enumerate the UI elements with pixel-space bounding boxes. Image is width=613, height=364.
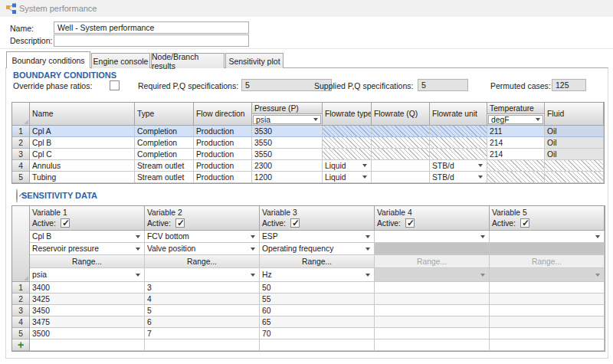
tab-sensitivity-plot[interactable]: Sensitivity plot [225,53,284,68]
override-phase-ratios-checkbox[interactable] [110,80,120,90]
bc-row-number[interactable]: 4 [12,160,30,172]
sd-value-cell[interactable]: 65 [260,316,375,328]
bc-row-number[interactable]: 2 [12,137,30,149]
sd-value-cell[interactable]: 50 [260,282,375,293]
bc-flow-direction-cell[interactable]: Production [194,126,252,137]
bc-name-cell[interactable]: Cpl B [30,137,135,149]
bc-flowrate-q-cell[interactable] [372,160,430,172]
sd-unit-combo[interactable]: Hz [260,268,375,282]
bc-flowrate-q-cell[interactable] [372,172,430,183]
sd-object-combo[interactable]: Cpl B [30,231,145,243]
sd-value-cell[interactable]: 5 [145,305,260,316]
sd-row-number[interactable]: 5 [12,328,30,339]
sd-property-combo[interactable]: Reservoir pressure [30,243,145,255]
active-checkbox[interactable] [405,218,415,228]
sd-value-cell[interactable] [490,293,605,305]
sd-value-cell[interactable]: 3 [145,282,260,293]
active-checkbox[interactable] [61,218,70,228]
sd-value-cell[interactable]: 3500 [30,328,145,339]
range-button[interactable]: Range... [145,255,260,268]
bc-name-cell[interactable]: Annulus [30,160,135,172]
sd-empty-cell[interactable] [260,339,375,351]
sd-unit-combo[interactable] [145,268,260,282]
bc-flow-direction-cell[interactable]: Production [194,160,252,172]
bc-pressure-cell[interactable]: 2300 [252,160,323,172]
name-input[interactable]: Well - System performance [54,21,249,34]
bc-name-cell[interactable]: Tubing [30,172,135,183]
active-checkbox[interactable] [290,218,300,228]
sd-value-cell[interactable]: 3425 [30,293,145,305]
sd-object-combo[interactable] [490,231,605,243]
sd-object-combo[interactable]: FCV bottom [145,231,260,243]
bc-type-cell[interactable]: Completion [135,126,194,137]
bc-pressure-cell[interactable]: 3550 [252,137,323,149]
sd-row-number[interactable]: 4 [12,316,30,328]
chevron-up-icon[interactable] [16,189,18,203]
bc-temperature-cell[interactable]: 211 [487,126,545,137]
sd-empty-cell[interactable] [145,339,260,351]
bc-row-number[interactable]: 1 [12,126,30,137]
tab-engine-console[interactable]: Engine console [91,53,150,68]
sd-row-number[interactable]: 3 [12,305,30,316]
sd-value-cell[interactable]: 55 [260,293,375,305]
bc-type-cell[interactable]: Stream outlet [135,160,194,172]
sd-row-number[interactable]: 1 [12,282,30,293]
sd-value-cell[interactable]: 3400 [30,282,145,293]
sd-value-cell[interactable] [375,305,490,316]
sd-value-cell[interactable]: 60 [260,305,375,316]
active-checkbox[interactable] [175,218,185,228]
sd-value-cell[interactable] [490,305,605,316]
bc-row-number[interactable]: 3 [12,149,30,160]
add-row-button[interactable]: + [12,339,30,351]
bc-flow-direction-cell[interactable]: Production [194,137,252,149]
variable-title: Variable 4 [377,208,412,217]
bc-type-cell[interactable]: Stream outlet [135,172,194,183]
bc-flow-direction-cell[interactable]: Production [194,149,252,160]
active-checkbox[interactable] [520,218,529,228]
bc-flowrate-type-combo[interactable]: Liquid [323,172,372,183]
sd-value-cell[interactable] [375,282,490,293]
sd-object-combo[interactable]: ESP [260,231,375,243]
bc-name-cell[interactable]: Cpl C [30,149,135,160]
bc-name-cell[interactable]: Cpl A [30,126,135,137]
sd-empty-cell[interactable] [375,339,490,351]
sd-property-combo[interactable]: Valve position [145,243,260,255]
sd-value-cell[interactable]: 6 [145,316,260,328]
sd-value-cell[interactable] [490,282,605,293]
sd-value-cell[interactable] [490,316,605,328]
sd-value-cell[interactable]: 3450 [30,305,145,316]
sd-property-combo[interactable]: Operating frequency [260,243,375,255]
temperature-unit-combo[interactable]: degF [488,115,543,124]
sd-unit-combo[interactable]: psia [30,268,145,282]
sd-row-number[interactable]: 2 [12,293,30,305]
bc-flowrate-unit-combo[interactable]: STB/d [430,160,487,172]
sd-value-cell[interactable] [375,293,490,305]
description-input[interactable] [54,34,249,47]
sd-value-cell[interactable]: 3475 [30,316,145,328]
bc-pressure-cell[interactable]: 3530 [252,126,323,137]
sd-empty-cell[interactable] [490,339,605,351]
bc-temperature-cell[interactable]: 214 [487,137,545,149]
sd-object-combo[interactable] [375,231,490,243]
sd-value-cell[interactable] [490,328,605,339]
sd-empty-cell[interactable] [30,339,145,351]
range-button[interactable]: Range... [260,255,375,268]
bc-flowrate-type-combo[interactable]: Liquid [323,160,372,172]
range-button[interactable]: Range... [30,255,145,268]
sd-value-cell[interactable]: 7 [145,328,260,339]
bc-flow-direction-cell[interactable]: Production [194,172,252,183]
sd-value-cell[interactable] [375,328,490,339]
bc-row-number[interactable]: 5 [12,172,30,183]
bc-type-cell[interactable]: Completion [135,137,194,149]
bc-pressure-cell[interactable]: 3550 [252,149,323,160]
tab-boundary-conditions[interactable]: Boundary conditions [6,51,90,68]
sd-value-cell[interactable]: 70 [260,328,375,339]
pressure-unit-combo[interactable]: psia [253,115,321,124]
bc-temperature-cell[interactable]: 214 [487,149,545,160]
tab-node-branch-results[interactable]: Node/Branch results [151,53,225,68]
bc-type-cell[interactable]: Completion [135,149,194,160]
sd-value-cell[interactable] [375,316,490,328]
bc-flowrate-unit-combo[interactable]: STB/d [430,172,487,183]
sd-value-cell[interactable]: 4 [145,293,260,305]
bc-pressure-cell[interactable]: 1200 [252,172,323,183]
